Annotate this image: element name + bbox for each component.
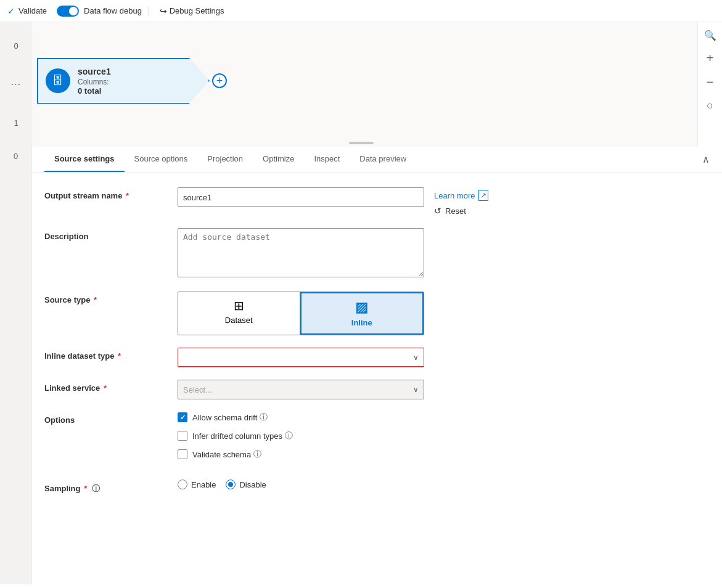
source-type-label: Source type * [44,292,168,304]
source-node[interactable]: 🗄 source1 Columns: 0 total [37,58,210,104]
sampling-disable-radio[interactable] [226,480,236,489]
sampling-disable-option[interactable]: Disable [226,480,266,489]
validate-check-icon: ✓ [7,6,15,16]
debug-settings-button[interactable]: ↪ Debug Settings [160,6,224,16]
action-buttons: Learn more ↗ ↺ Reset [434,187,488,216]
toolbar: ✓ Validate Data flow debug | ↪ Debug Set… [0,0,722,22]
infer-drifted-info-icon[interactable]: ⓘ [285,430,293,441]
output-stream-name-control [178,187,424,207]
node-info: source1 Columns: 0 total [78,67,111,96]
tab-data-preview[interactable]: Data preview [350,147,416,172]
linked-service-placeholder: Select... [183,385,212,394]
collapse-handle[interactable] [0,139,722,147]
linked-service-label: Linked service * [44,380,168,393]
collapse-bar [349,142,374,144]
inline-dataset-type-row: Inline dataset type * ∨ [44,348,710,367]
reset-button[interactable]: ↺ Reset [434,206,488,216]
linked-service-row: Linked service * Select... ∨ [44,380,710,399]
node-name: source1 [78,67,111,76]
checkmark-icon: ✓ [180,414,186,422]
allow-schema-drift-checkbox[interactable]: ✓ [178,412,187,422]
infer-drifted-label: Infer drifted column types ⓘ [192,430,293,441]
output-stream-name-row: Output stream name * Learn more ↗ ↺ Rese… [44,187,710,216]
tab-source-settings[interactable]: Source settings [44,147,125,172]
tab-projection[interactable]: Projection [197,147,253,172]
sampling-enable-option[interactable]: Enable [178,480,216,489]
linked-service-required: * [104,383,107,393]
sampling-disable-label: Disable [239,480,266,489]
inline-type-button[interactable]: ▨ Inline [300,292,424,335]
output-stream-name-label: Output stream name * [44,187,168,200]
infer-drifted-checkbox[interactable] [178,431,187,441]
validate-label: Validate [18,6,47,15]
chevron-up-icon: ∧ [702,153,710,165]
sampling-info-icon[interactable]: ⓘ [92,484,100,493]
sampling-row: Sampling * ⓘ Enable Disable [44,480,710,494]
dataset-type-button[interactable]: ⊞ Dataset [178,292,300,335]
plus-icon[interactable]: + [704,49,716,68]
sampling-enable-radio[interactable] [178,480,187,489]
node-columns-value: 0 total [78,86,111,96]
minus-icon[interactable]: − [704,73,716,92]
collapse-panel-button[interactable]: ∧ [702,147,710,172]
left-sidebar: 0 [0,147,32,584]
options-label: Options [44,412,168,425]
output-stream-name-input[interactable] [178,187,424,207]
description-textarea[interactable] [178,228,424,277]
tab-source-options[interactable]: Source options [125,147,198,172]
external-link-icon: ↗ [478,190,488,201]
allow-schema-drift-row: ✓ Allow schema drift ⓘ [178,412,424,423]
debug-settings-icon: ↪ [160,6,167,16]
tab-inspect[interactable]: Inspect [304,147,350,172]
divider-icon: | [147,4,150,17]
linked-service-control: Select... ∨ [178,380,424,399]
inline-dataset-type-select[interactable]: ∨ [178,348,424,367]
add-node-button[interactable]: + [212,73,227,88]
validate-schema-row: Validate schema ⓘ [178,449,424,460]
main-content: 0 Source settings Source options Project… [0,147,722,584]
reset-label: Reset [445,206,466,216]
right-panel: 🔍 + − ○ [697,22,722,147]
source-type-row: Source type * ⊞ Dataset ▨ Inline [44,292,710,335]
inline-type-required: * [118,351,121,361]
options-row: Options ✓ Allow schema drift ⓘ [44,412,710,467]
reset-icon: ↺ [434,206,441,216]
left-num-0[interactable]: 0 [14,152,18,161]
source-type-control: ⊞ Dataset ▨ Inline [178,292,424,335]
source-type-required: * [94,295,97,304]
form-area: Output stream name * Learn more ↗ ↺ Rese… [32,173,722,521]
validate-button[interactable]: ✓ Validate [7,6,47,16]
sidebar-num-1[interactable]: 1 [14,118,18,128]
data-flow-debug-control: Data flow debug | [57,4,150,17]
inline-icon: ▨ [355,300,368,316]
validate-schema-checkbox[interactable] [178,449,187,459]
learn-more-button[interactable]: Learn more ↗ [434,190,488,201]
node-columns-label: Columns: [78,78,111,86]
sidebar-num-0[interactable]: 0 [14,41,18,51]
inline-type-chevron-icon: ∨ [413,353,419,362]
linked-service-select[interactable]: Select... ∨ [178,380,424,399]
canvas-sidebar: 0 ··· 1 [0,22,32,147]
search-icon[interactable]: 🔍 [702,27,719,44]
description-control [178,228,424,279]
debug-toggle[interactable] [57,6,79,17]
validate-schema-label: Validate schema ⓘ [192,449,261,460]
inline-dataset-type-label: Inline dataset type * [44,348,168,361]
allow-schema-drift-info-icon[interactable]: ⓘ [260,412,268,423]
tab-optimize[interactable]: Optimize [253,147,304,172]
infer-drifted-row: Infer drifted column types ⓘ [178,430,424,441]
linked-service-chevron-icon: ∨ [413,385,419,394]
source-type-buttons: ⊞ Dataset ▨ Inline [178,292,424,335]
canvas-area: 0 ··· 1 🗄 source1 Columns: 0 total + 🔍 +… [0,22,722,147]
node-icon: 🗄 [46,68,70,93]
allow-schema-drift-label: Allow schema drift ⓘ [192,412,268,423]
options-control: ✓ Allow schema drift ⓘ Infer drifted col… [178,412,424,467]
debug-settings-label: Debug Settings [170,6,224,15]
tabs-bar: Source settings Source options Projectio… [32,147,722,173]
sampling-radio-group: Enable Disable [178,480,424,489]
required-star: * [126,191,129,200]
sampling-label: Sampling * ⓘ [44,480,168,494]
database-icon: 🗄 [52,75,64,88]
validate-schema-info-icon[interactable]: ⓘ [253,449,261,460]
learn-more-label: Learn more [434,191,475,200]
